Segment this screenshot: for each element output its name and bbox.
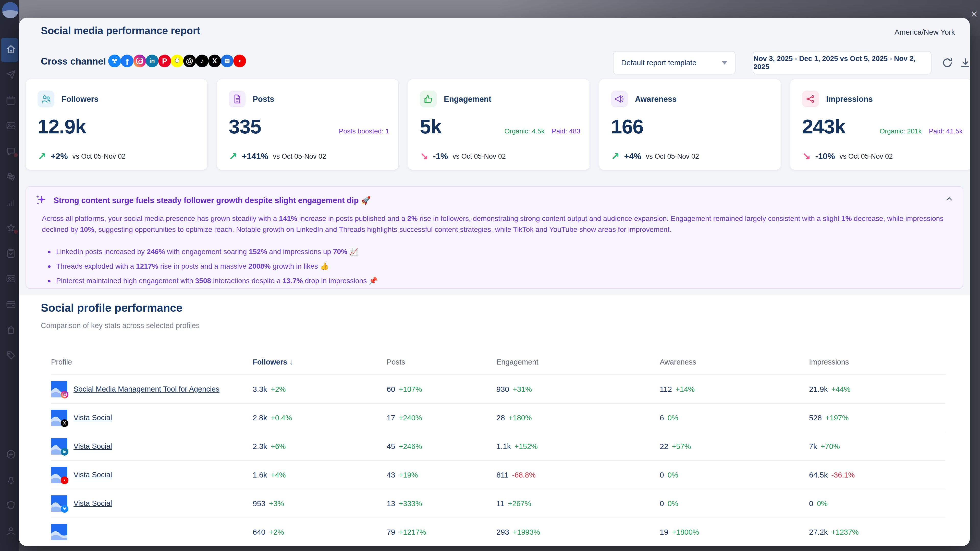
metric-value: 27.2k <box>809 528 828 537</box>
x-icon: X <box>61 419 68 427</box>
chevron-up-icon[interactable] <box>946 197 952 203</box>
cell-posts: 17+240% <box>387 413 496 422</box>
metric-delta: +2% <box>269 528 284 537</box>
avatar <box>51 495 67 512</box>
cell-impressions: 528+197% <box>809 413 945 422</box>
sidebar-item-calendar-icon <box>6 95 16 106</box>
metric-value: 112 <box>660 385 672 394</box>
metric-delta: +57% <box>672 442 691 451</box>
metric-card-followers: Followers12.9k↗+2%vs Oct 05-Nov 02 <box>25 79 207 170</box>
cell-followers: 2.3k+6% <box>253 442 387 451</box>
channel-selector[interactable]: Cross channel <box>41 56 117 67</box>
metric-label: Awareness <box>635 95 676 104</box>
timezone-label: America/New York <box>894 28 955 37</box>
metric-value: 293 <box>496 528 509 537</box>
cell-impressions: 00% <box>809 499 945 508</box>
avatar <box>51 524 67 540</box>
metric-value: 166 <box>611 115 643 138</box>
cell-engagement: 1.1k+152% <box>496 442 660 451</box>
metric-value: 0 <box>809 499 813 508</box>
metric-delta: +1237% <box>831 528 859 537</box>
cell-impressions: 21.9k+44% <box>809 385 945 394</box>
metric-delta: +4% <box>271 471 286 479</box>
download-icon[interactable] <box>959 57 970 69</box>
profile-link[interactable]: Vista Social <box>73 442 112 451</box>
report-template-value: Default report template <box>621 59 697 67</box>
engagement-icon <box>420 91 437 107</box>
metric-value: 17 <box>387 413 395 422</box>
sidebar-item-wallet-icon <box>6 299 16 310</box>
sidebar-item-image-icon <box>6 121 16 131</box>
metric-value: 21.9k <box>809 385 828 394</box>
metric-delta: +3% <box>269 499 284 508</box>
close-icon[interactable]: ✕ <box>970 10 978 19</box>
metric-delta: +19% <box>399 471 418 479</box>
threads-icon: @ <box>183 55 196 67</box>
avatar <box>51 467 67 483</box>
metric-value: 45 <box>387 442 395 451</box>
cell-awareness: 60% <box>660 413 809 422</box>
table-row: inVista Social2.3k+6%45+246%1.1k+152%22+… <box>51 432 945 461</box>
metric-value: 12.9k <box>38 115 86 138</box>
linkedin-icon: in <box>61 448 68 456</box>
sidebar-item-bag-icon <box>6 324 16 335</box>
boosted-note: Posts boosted: 1 <box>339 127 389 135</box>
metric-value: 528 <box>809 413 822 422</box>
cell-posts: 13+333% <box>387 499 496 508</box>
linkedin-icon: in <box>146 55 159 67</box>
metric-delta: +70% <box>821 442 840 451</box>
column-header-impressions[interactable]: Impressions <box>809 358 945 366</box>
sidebar-item-star-icon <box>6 222 16 233</box>
trend-delta: -10% <box>815 151 835 161</box>
insight-paragraph: Across all platforms, your social media … <box>42 213 948 235</box>
avatar: in <box>51 438 67 454</box>
metric-label: Engagement <box>444 95 491 104</box>
column-header-awareness[interactable]: Awareness <box>660 358 809 366</box>
notification-dot <box>14 230 18 233</box>
column-header-posts[interactable]: Posts <box>387 358 496 366</box>
cell-awareness: 00% <box>660 471 809 479</box>
metric-delta: -36.1% <box>831 471 855 479</box>
platform-icon-list: finP@♪X <box>108 55 246 67</box>
refresh-icon[interactable] <box>941 57 953 69</box>
metric-label: Followers <box>62 95 99 104</box>
metric-value: 811 <box>496 471 509 479</box>
section-title: Social profile performance <box>41 302 183 314</box>
metric-value: 64.5k <box>809 471 828 479</box>
profile-link[interactable]: Vista Social <box>73 499 112 508</box>
metric-delta: +240% <box>399 414 422 422</box>
metric-delta: +1800% <box>672 528 699 537</box>
cell-engagement: 28+180% <box>496 413 660 422</box>
metric-value: 60 <box>387 385 395 394</box>
cell-followers: 640+2% <box>253 528 387 537</box>
profile-link[interactable]: Vista Social <box>73 471 112 479</box>
cell-followers: 3.3k+2% <box>253 385 387 394</box>
report-template-select[interactable]: Default report template <box>613 51 735 75</box>
metric-value: 28 <box>496 413 505 422</box>
metric-delta: +246% <box>399 442 422 451</box>
trend-up-icon: ↗ <box>611 151 620 162</box>
profile-link[interactable]: Social Media Management Tool for Agencie… <box>73 385 220 393</box>
column-header-profile[interactable]: Profile <box>51 358 253 366</box>
cell-awareness: 19+1800% <box>660 528 809 537</box>
organic-note: Organic: 201k <box>880 127 921 135</box>
paid-note: Paid: 483 <box>552 127 580 135</box>
snapchat-icon <box>171 55 183 67</box>
trend-delta: +4% <box>624 151 641 161</box>
bluesky-icon <box>61 505 68 513</box>
date-range-button[interactable]: Nov 3, 2025 - Dec 1, 2025 vs Oct 5, 2025… <box>753 51 932 75</box>
metric-value: 1.1k <box>496 442 511 451</box>
sidebar-item-send-icon <box>6 69 16 80</box>
metric-delta: +333% <box>399 499 422 508</box>
cell-followers: 953+3% <box>253 499 387 508</box>
metric-delta: +2% <box>271 385 286 394</box>
table-row: Social Media Management Tool for Agencie… <box>51 375 945 403</box>
trend-up-icon: ↗ <box>38 151 46 162</box>
followers-icon <box>38 91 54 107</box>
column-header-followers[interactable]: Followers ↓ <box>253 358 387 366</box>
column-header-engagement[interactable]: Engagement <box>496 358 660 366</box>
report-modal: Social media performance report America/… <box>19 18 970 546</box>
metric-delta: 0% <box>817 499 828 508</box>
metric-delta: +180% <box>508 414 531 422</box>
profile-link[interactable]: Vista Social <box>73 413 112 422</box>
